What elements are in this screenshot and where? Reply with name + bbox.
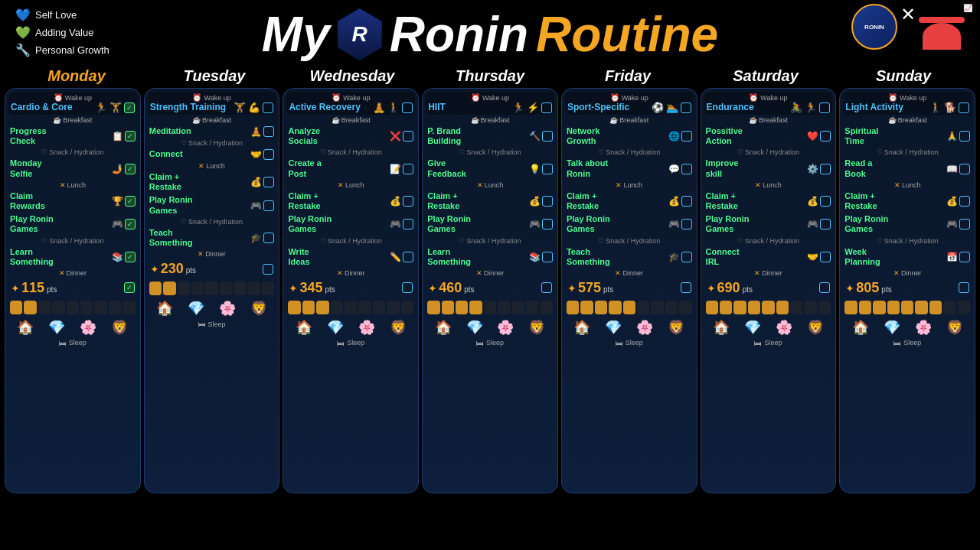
activity5-row-1: TeachSomething 🎓	[148, 227, 276, 249]
days-container: ⏰ Wake up Cardio & Core 🏃 🏋️ ✓ ☕ Breakfa…	[0, 88, 980, 493]
ronin-logo: RONIN	[851, 4, 897, 50]
activity5-checkbox-0[interactable]: ✓	[125, 252, 136, 262]
emoji-4-3: 🦁	[668, 319, 684, 336]
activity5-checkbox-6[interactable]	[959, 252, 970, 262]
emoji-4-1: 💎	[605, 319, 622, 336]
activity3-checkbox-4[interactable]	[681, 196, 692, 207]
activity4-checkbox-6[interactable]	[959, 219, 970, 229]
activity3-label-0: ClaimRewards	[10, 191, 112, 211]
progress-bar-5-8	[818, 301, 831, 314]
day-label-tuesday: Tuesday	[145, 67, 283, 85]
activity5-row-2: WriteIdeas ✏️	[286, 246, 415, 268]
emoji-2-1: 💎	[327, 319, 344, 336]
pts-label-2: pts	[325, 285, 335, 294]
progress-bar-4-4	[623, 301, 635, 314]
activity1-checkbox-0[interactable]: ✓	[125, 131, 136, 142]
wake-checkbox-4[interactable]	[681, 103, 691, 113]
activity4-checkbox-1[interactable]	[263, 200, 274, 211]
wake-label-2: ⏰ Wake up	[289, 93, 413, 102]
activity1-checkbox-6[interactable]	[959, 131, 970, 142]
activity3-checkbox-1[interactable]	[263, 177, 274, 187]
activity2-checkbox-1[interactable]	[263, 149, 274, 160]
activity2-label-0: MondaySelfie	[10, 158, 112, 178]
activity1-checkbox-1[interactable]	[263, 126, 274, 137]
snack2-label-2: ♡ Snack / Hydration	[286, 237, 415, 245]
points-star-1: ✦	[150, 263, 159, 275]
activity1-checkbox-5[interactable]	[820, 131, 831, 142]
activity4-checkbox-4[interactable]	[681, 219, 692, 229]
progress-bar-0-7	[109, 301, 121, 314]
wake-checkbox-3[interactable]	[541, 103, 552, 113]
activity4-checkbox-2[interactable]	[403, 219, 413, 229]
activity1-checkbox-2[interactable]	[403, 131, 413, 142]
progress-bar-5-5	[776, 301, 789, 314]
activity4-icon-6: 🎮	[946, 219, 958, 229]
activity3-checkbox-5[interactable]	[820, 196, 831, 207]
wake-activity-6: Light Activity	[845, 102, 903, 112]
activity3-row-3: Claim +Restake 💰	[426, 190, 554, 212]
wake-checkbox-2[interactable]	[402, 103, 413, 113]
wake-activity-4: Sport-Specific	[567, 102, 629, 112]
points-star-0: ✦	[11, 282, 20, 295]
self-love-label: Self Love	[35, 9, 77, 21]
points-checkbox-3[interactable]	[541, 282, 552, 293]
activity5-row-5: ConnectIRL 🤝	[704, 246, 833, 268]
points-checkbox-1[interactable]	[263, 264, 273, 275]
activity4-checkbox-0[interactable]: ✓	[125, 219, 136, 229]
breakfast-label-5: ☕ Breakfast	[704, 116, 833, 124]
points-checkbox-2[interactable]	[402, 282, 413, 293]
activity1-checkbox-3[interactable]	[542, 131, 553, 142]
activity5-checkbox-3[interactable]	[542, 252, 553, 262]
activity3-checkbox-2[interactable]	[403, 196, 413, 207]
activity1-checkbox-4[interactable]	[681, 131, 692, 142]
activity3-checkbox-6[interactable]	[959, 196, 970, 207]
points-checkbox-4[interactable]	[681, 282, 691, 293]
progress-bar-5-6	[790, 301, 802, 314]
wake-checkbox-6[interactable]	[959, 103, 969, 113]
activity4-checkbox-5[interactable]	[820, 219, 831, 229]
points-value-4: 575	[578, 280, 601, 296]
emoji-3-3: 🦁	[528, 319, 545, 336]
activity4-label-2: Play RoninGames	[288, 214, 390, 234]
progress-bar-4-7	[665, 301, 678, 314]
wake-checkbox-5[interactable]	[819, 103, 830, 113]
activity3-row-0: ClaimRewards 🏆 ✓	[8, 190, 137, 212]
activity5-checkbox-4[interactable]	[681, 252, 692, 262]
activity3-checkbox-3[interactable]	[542, 196, 553, 207]
activity4-checkbox-3[interactable]	[542, 219, 553, 229]
title-ronin: Ronin	[390, 6, 528, 63]
activity2-checkbox-4[interactable]	[681, 164, 692, 174]
points-checkbox-0[interactable]: ✓	[124, 282, 135, 293]
activity2-checkbox-5[interactable]	[820, 164, 831, 174]
dinner-label-5: ✕ Dinner	[704, 269, 833, 277]
lunch-label-6: ✕ Lunch	[843, 181, 972, 189]
points-row-0: ✦ 115 pts ✓	[8, 278, 137, 298]
activity5-checkbox-2[interactable]	[403, 252, 413, 262]
activity5-checkbox-1[interactable]	[263, 233, 274, 243]
points-checkbox-5[interactable]	[819, 282, 830, 293]
progress-bar-6-3	[887, 301, 900, 314]
pts-label-4: pts	[603, 285, 613, 294]
activity2-checkbox-6[interactable]	[959, 164, 970, 174]
activity3-label-5: Claim +Restake	[706, 191, 808, 211]
points-checkbox-6[interactable]	[959, 282, 969, 293]
activity3-icon-6: 💰	[946, 196, 958, 207]
points-row-2: ✦ 345 pts	[286, 278, 415, 298]
activity5-checkbox-5[interactable]	[820, 252, 831, 262]
activity2-checkbox-2[interactable]	[403, 164, 413, 174]
activity3-icon-3: 💰	[529, 196, 541, 207]
activity2-checkbox-3[interactable]	[542, 164, 553, 174]
progress-bar-2-5	[358, 301, 371, 314]
dinner-label-0: ✕ Dinner	[8, 269, 137, 277]
title-routine: Routine	[536, 6, 718, 63]
progress-bars-2	[286, 299, 415, 316]
wake-checkbox-1[interactable]	[263, 103, 273, 113]
progress-bar-3-6	[512, 301, 524, 314]
activity2-checkbox-0[interactable]: ✓	[125, 164, 136, 174]
activity3-checkbox-0[interactable]: ✓	[125, 196, 136, 207]
sleep-label-2: Sleep	[347, 339, 364, 347]
x-icon: ✕	[900, 4, 916, 50]
wake-checkbox-0[interactable]: ✓	[124, 103, 135, 113]
activity1-row-2: AnalyzeSocials ❌	[286, 125, 415, 147]
wake-section-2: ⏰ Wake up Active Recovery 🧘 🚶	[286, 92, 415, 115]
